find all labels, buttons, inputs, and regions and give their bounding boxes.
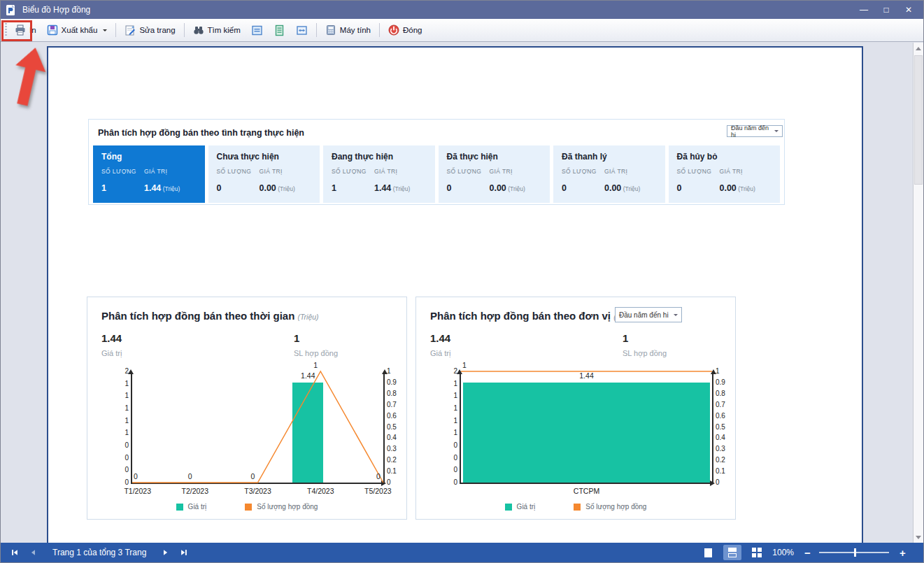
scroll-down-button[interactable] <box>914 532 923 543</box>
quantity-cell: 0 <box>677 183 720 193</box>
left-axis-tick: 1 <box>439 429 457 437</box>
tile-values: 11.44 (Triệu) <box>101 183 197 193</box>
right-axis-tick: 0 <box>716 478 734 487</box>
value-unit: (Triệu) <box>506 185 525 192</box>
value-number: 0.00 <box>719 183 736 193</box>
legend-label: Số lượng hợp đồng <box>257 503 318 511</box>
quantity-header: SỐ LƯỢNG <box>101 168 144 175</box>
continuous-view-button[interactable] <box>723 545 741 560</box>
window-title: Biểu đồ Hợp đồng <box>22 5 90 15</box>
legend-swatch-icon <box>245 504 252 511</box>
line-series <box>461 371 712 483</box>
summary-period-dropdown[interactable]: Đầu năm đến hi <box>727 125 783 137</box>
edit-page-button[interactable]: Sửa trang <box>120 22 180 38</box>
left-axis-tick: 0 <box>439 466 457 474</box>
left-axis-tick: 0 <box>439 441 457 450</box>
legend-item: Giá trị <box>505 503 536 511</box>
summary-tile: Chưa thực hiệnSỐ LƯỢNGGIÁ TRỊ00.00 (Triệ… <box>208 145 320 203</box>
chart-period-dropdown[interactable]: Đầu năm đến hi <box>615 307 682 322</box>
last-page-button[interactable] <box>176 545 192 560</box>
export-caret-icon <box>103 29 107 34</box>
multi-page-view-button[interactable] <box>748 545 766 560</box>
legend-swatch-icon <box>176 504 183 511</box>
prev-page-button[interactable] <box>24 545 41 560</box>
chevron-down-icon <box>774 130 779 134</box>
legend-item: Số lượng hợp đồng <box>245 503 318 511</box>
tile-label: Tổng <box>101 152 197 162</box>
quantity-cell: 0 <box>562 183 604 193</box>
value-cell: 0.00 (Triệu) <box>719 183 755 193</box>
export-label: Xuất khẩu <box>62 26 98 34</box>
quantity-cell: 1 <box>332 183 374 193</box>
tile-values: 00.00 (Triệu) <box>217 183 312 193</box>
left-axis-tick: 0 <box>439 454 457 462</box>
chart-unit-note: (Triệu) <box>297 313 318 321</box>
triangle-up-icon <box>916 44 921 50</box>
tile-columns: SỐ LƯỢNGGIÁ TRỊ <box>217 168 312 175</box>
single-page-icon <box>704 548 712 557</box>
value-number: 0.00 <box>489 183 506 193</box>
quantity-header: SỐ LƯỢNG <box>217 168 260 175</box>
maximize-button[interactable]: □ <box>876 2 897 17</box>
left-axis-tick: 0 <box>111 454 129 462</box>
summary-tile: Đã thanh lýSỐ LƯỢNGGIÁ TRỊ00.00 (Triệu) <box>553 145 665 203</box>
search-button[interactable]: Tìm kiếm <box>188 22 246 38</box>
view-layout-1-button[interactable] <box>246 22 268 39</box>
minimize-button[interactable]: — <box>853 2 874 17</box>
chart-legend: Giá trịSố lượng hợp đồng <box>87 503 406 511</box>
x-axis-label: T2/2023 <box>181 487 208 495</box>
quantity-header: SỐ LƯỢNG <box>677 168 720 175</box>
zoom-in-button[interactable]: + <box>895 546 908 560</box>
x-axis-label: T3/2023 <box>244 487 271 495</box>
zoom-out-button[interactable]: − <box>800 546 813 560</box>
prev-page-icon <box>29 548 37 557</box>
zoom-slider-handle[interactable] <box>854 548 856 557</box>
value-cell: 0.00 (Triệu) <box>489 183 525 193</box>
kpi-count: 1 SL hợp đồng <box>623 332 667 357</box>
right-axis-tick: 0.2 <box>387 456 405 464</box>
export-button[interactable]: Xuất khẩu <box>42 22 113 38</box>
red-arrow-annotation <box>6 44 52 111</box>
view-layout-2-button[interactable] <box>269 22 290 39</box>
tile-label: Đã hủy bỏ <box>677 152 772 162</box>
close-window-button[interactable]: ✕ <box>898 2 919 17</box>
single-page-view-button[interactable] <box>699 545 717 560</box>
left-axis-tick: 0 <box>111 466 129 474</box>
line-series <box>132 371 383 483</box>
right-axis-tick: 1 <box>387 367 405 376</box>
tile-columns: SỐ LƯỢNGGIÁ TRỊ <box>101 168 197 175</box>
kpi-value: 1.44 Giá trị <box>430 332 450 357</box>
page-width-button[interactable] <box>291 22 313 39</box>
next-page-button[interactable] <box>157 545 174 560</box>
value-number: 0.00 <box>259 183 276 193</box>
report-page: Phân tích hợp đồng bán theo tình trạng t… <box>47 46 863 543</box>
x-axis-label: T5/2023 <box>364 487 392 495</box>
right-axis-tick: 0.8 <box>716 390 734 398</box>
calculator-button[interactable]: Máy tính <box>320 22 376 38</box>
toolbar-grip <box>5 23 7 37</box>
summary-tile: Đã thực hiệnSỐ LƯỢNGGIÁ TRỊ00.00 (Triệu) <box>439 145 550 203</box>
zoom-slider[interactable] <box>819 548 889 557</box>
scroll-up-button[interactable] <box>914 43 923 54</box>
line-point-label: 0 <box>134 472 138 480</box>
kpi-number: 1.44 <box>101 332 122 344</box>
plot-area: 211111000010.90.80.70.60.50.40.30.20.10T… <box>131 371 385 484</box>
summary-tile: Đã hủy bỏSỐ LƯỢNGGIÁ TRỊ00.00 (Triệu) <box>669 145 781 203</box>
value-number: 1.44 <box>144 183 161 193</box>
right-axis-tick: 0.2 <box>716 456 734 464</box>
close-button[interactable]: Đóng <box>383 22 427 38</box>
left-axis-tick: 1 <box>439 417 457 425</box>
chart-panel-unit: Phân tích hợp đồng bán theo đơn vị (Triệ… <box>415 297 736 520</box>
kpi-caption: SL hợp đồng <box>294 349 338 357</box>
tile-label: Chưa thực hiện <box>217 152 312 162</box>
chart-period-value: Đầu năm đến hi <box>619 311 669 319</box>
toolbar-separator <box>115 23 116 37</box>
tile-label: Đã thực hiện <box>447 152 542 162</box>
vertical-scrollbar[interactable] <box>913 43 923 543</box>
scrollbar-thumb[interactable] <box>914 55 923 185</box>
print-button[interactable]: In <box>10 22 41 38</box>
kpi-caption: SL hợp đồng <box>623 349 667 357</box>
first-page-button[interactable] <box>6 545 23 560</box>
summary-tile: Đang thực hiệnSỐ LƯỢNGGIÁ TRỊ11.44 (Triệ… <box>323 145 435 203</box>
app-icon <box>5 4 17 16</box>
